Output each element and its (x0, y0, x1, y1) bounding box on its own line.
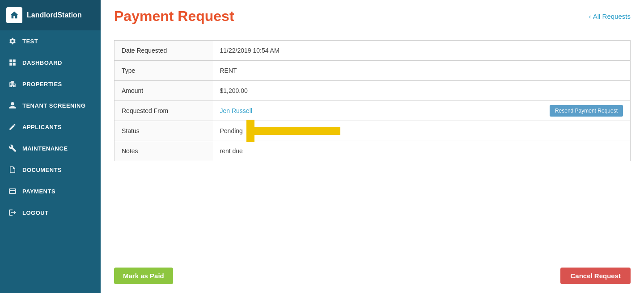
logout-icon (8, 208, 17, 217)
sidebar-item-label-payments: PAYMENTS (22, 188, 55, 195)
document-icon (8, 165, 17, 174)
card-icon (8, 187, 17, 196)
logo-icon (6, 7, 22, 23)
cancel-request-button[interactable]: Cancel Request (560, 268, 631, 284)
value-notes: rent due (213, 141, 631, 161)
sidebar-item-label-documents: DOCUMENTS (22, 167, 62, 173)
label-type: Type (114, 61, 213, 81)
building-icon (8, 80, 17, 88)
sidebar-item-label-logout: LOGOUT (22, 209, 49, 216)
table-row: Type RENT (114, 61, 631, 81)
sidebar-item-label-maintenance: MAINTENANCE (22, 145, 68, 152)
sidebar-item-label-tenant-screening: TENANT SCREENING (22, 102, 86, 109)
wrench-icon (8, 144, 17, 153)
table-row: Requested From Jen Russell Resend Paymen… (114, 101, 631, 121)
value-date-requested: 11/22/2019 10:54 AM (213, 41, 631, 61)
label-requested-from: Requested From (114, 101, 213, 121)
sidebar-item-payments[interactable]: PAYMENTS (0, 180, 101, 202)
sidebar-item-properties[interactable]: PROPERTIES (0, 73, 101, 95)
back-link-label: All Requests (593, 13, 631, 20)
sidebar-item-tenant-screening[interactable]: TENANT SCREENING (0, 95, 101, 116)
logo-area[interactable]: LandlordStation (0, 0, 101, 30)
table-row: Status Pending (114, 121, 631, 141)
person-icon (8, 101, 17, 110)
buttons-row: Mark as Paid Cancel Request (101, 259, 644, 293)
pencil-icon (8, 122, 17, 131)
requested-from-link[interactable]: Jen Russell (220, 107, 252, 114)
sidebar-item-test[interactable]: TEST (0, 30, 101, 52)
status-value: Pending (220, 127, 243, 134)
sidebar-item-documents[interactable]: DOCUMENTS (0, 159, 101, 180)
label-status: Status (114, 121, 213, 141)
resend-payment-request-button[interactable]: Resend Payment Request (550, 105, 623, 117)
detail-table: Date Requested 11/22/2019 10:54 AM Type … (114, 40, 631, 161)
table-row: Notes rent due (114, 141, 631, 161)
sidebar: LandlordStation TEST DASHBOARD PROPERTIE… (0, 0, 101, 293)
sidebar-item-label-test: TEST (22, 38, 38, 45)
table-row: Date Requested 11/22/2019 10:54 AM (114, 41, 631, 61)
yellow-arrow-annotation (246, 120, 345, 142)
value-type: RENT (213, 61, 631, 81)
mark-as-paid-button[interactable]: Mark as Paid (114, 268, 173, 284)
sidebar-item-dashboard[interactable]: DASHBOARD (0, 52, 101, 73)
page-title: Payment Request (114, 8, 234, 25)
sidebar-item-label-properties: PROPERTIES (22, 81, 62, 88)
chevron-left-icon: ‹ (589, 13, 591, 20)
label-amount: Amount (114, 81, 213, 101)
main-content: Payment Request ‹ All Requests Date Requ… (101, 0, 644, 293)
label-date-requested: Date Requested (114, 41, 213, 61)
value-requested-from: Jen Russell Resend Payment Request (213, 101, 631, 121)
label-notes: Notes (114, 141, 213, 161)
sidebar-item-logout[interactable]: LOGOUT (0, 202, 101, 223)
sidebar-item-label-dashboard: DASHBOARD (22, 59, 62, 66)
value-amount: $1,200.00 (213, 81, 631, 101)
value-status: Pending (213, 121, 631, 141)
gear-icon (8, 37, 17, 46)
sidebar-item-maintenance[interactable]: MAINTENANCE (0, 138, 101, 159)
back-link[interactable]: ‹ All Requests (589, 13, 631, 20)
table-row: Amount $1,200.00 (114, 81, 631, 101)
content-area: Date Requested 11/22/2019 10:54 AM Type … (101, 31, 644, 259)
grid-icon (8, 58, 17, 67)
logo-text: LandlordStation (27, 11, 82, 19)
sidebar-item-applicants[interactable]: APPLICANTS (0, 116, 101, 138)
sidebar-item-label-applicants: APPLICANTS (22, 124, 62, 130)
main-header: Payment Request ‹ All Requests (101, 0, 644, 31)
